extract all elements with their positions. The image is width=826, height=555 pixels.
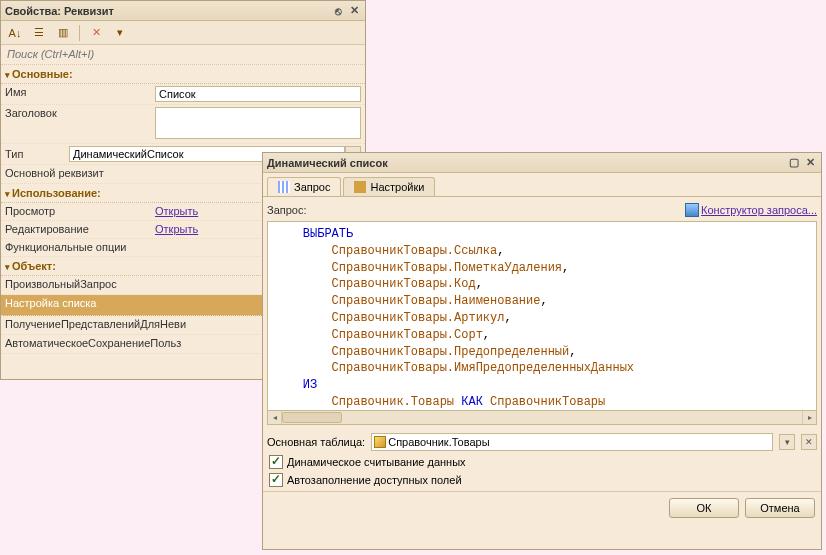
builder-link-text: Конструктор запроса...: [701, 204, 817, 216]
query-header: Запрос: Конструктор запроса...: [267, 201, 817, 221]
table-icon: [374, 436, 386, 448]
cancel-button[interactable]: Отмена: [745, 498, 815, 518]
dyn-title: Динамический список: [267, 157, 785, 169]
sort-icon[interactable]: A↓: [5, 23, 25, 43]
dyn-read-checkbox[interactable]: [269, 455, 283, 469]
query-builder-link[interactable]: Конструктор запроса...: [685, 203, 817, 217]
autofill-label: Автозаполнение доступных полей: [287, 474, 462, 486]
maximize-icon[interactable]: ▢: [787, 156, 801, 170]
scroll-track[interactable]: [282, 411, 802, 424]
table-dropdown-icon[interactable]: ▾: [779, 434, 795, 450]
main-table-row: Основная таблица: Справочник.Товары ▾ ✕: [267, 433, 817, 451]
clear-icon[interactable]: ✕: [86, 23, 106, 43]
query-area: Запрос: Конструктор запроса... ВЫБРАТЬ С…: [263, 196, 821, 491]
dyn-titlebar: Динамический список ▢ ✕: [263, 153, 821, 173]
title-input[interactable]: [155, 107, 361, 139]
search-row: [1, 45, 365, 65]
query-label: Запрос:: [267, 204, 307, 216]
list-setup-label: Настройка списка: [5, 297, 302, 309]
tools-icon: [354, 181, 366, 193]
toolbar-separator: [79, 25, 80, 41]
properties-title: Свойства: Реквизит: [5, 5, 329, 17]
autofill-row: Автозаполнение доступных полей: [267, 473, 817, 487]
tab-settings-label: Настройки: [370, 181, 424, 193]
dialog-buttons: ОК Отмена: [263, 491, 821, 524]
edit-label: Редактирование: [5, 223, 155, 235]
builder-icon: [685, 203, 699, 217]
grid-icon: [278, 181, 290, 193]
properties-titlebar: Свойства: Реквизит ⎋ ✕: [1, 1, 365, 21]
section-main[interactable]: Основные:: [1, 65, 365, 84]
properties-toolbar: A↓ ☰ ▥ ✕ ▾: [1, 21, 365, 45]
table-clear-icon[interactable]: ✕: [801, 434, 817, 450]
tabs: Запрос Настройки: [263, 173, 821, 196]
scroll-thumb[interactable]: [282, 412, 342, 423]
scroll-right-icon[interactable]: ▸: [802, 411, 816, 424]
view-link[interactable]: Открыть: [155, 205, 198, 217]
scroll-left-icon[interactable]: ◂: [268, 411, 282, 424]
close-icon[interactable]: ✕: [347, 4, 361, 18]
tab-settings[interactable]: Настройки: [343, 177, 435, 196]
dyn-read-label: Динамическое считывание данных: [287, 456, 466, 468]
filter-icon[interactable]: ▥: [53, 23, 73, 43]
main-table-label: Основная таблица:: [267, 436, 365, 448]
view-label: Просмотр: [5, 205, 155, 217]
name-input[interactable]: [155, 86, 361, 102]
name-label: Имя: [5, 86, 155, 98]
edit-link[interactable]: Открыть: [155, 223, 198, 235]
prop-name: Имя: [1, 84, 365, 105]
funcopts-label: Функциональные опции: [5, 241, 155, 253]
dyn-read-row: Динамическое считывание данных: [267, 455, 817, 469]
tab-query-label: Запрос: [294, 181, 330, 193]
dropdown-icon[interactable]: ▾: [110, 23, 130, 43]
h-scrollbar[interactable]: ◂ ▸: [267, 411, 817, 425]
title-label: Заголовок: [5, 107, 155, 141]
search-input[interactable]: [5, 47, 361, 61]
dynamic-list-dialog: Динамический список ▢ ✕ Запрос Настройки…: [262, 152, 822, 550]
autofill-checkbox[interactable]: [269, 473, 283, 487]
prop-title: Заголовок: [1, 105, 365, 144]
type-label: Тип: [5, 148, 69, 160]
query-code[interactable]: ВЫБРАТЬ СправочникТовары.Ссылка, Справоч…: [267, 221, 817, 411]
category-icon[interactable]: ☰: [29, 23, 49, 43]
pin-icon[interactable]: ⎋: [331, 4, 345, 18]
tab-query[interactable]: Запрос: [267, 177, 341, 196]
dyn-close-icon[interactable]: ✕: [803, 156, 817, 170]
ok-button[interactable]: ОК: [669, 498, 739, 518]
main-table-value: Справочник.Товары: [386, 436, 770, 448]
main-table-select[interactable]: Справочник.Товары: [371, 433, 773, 451]
